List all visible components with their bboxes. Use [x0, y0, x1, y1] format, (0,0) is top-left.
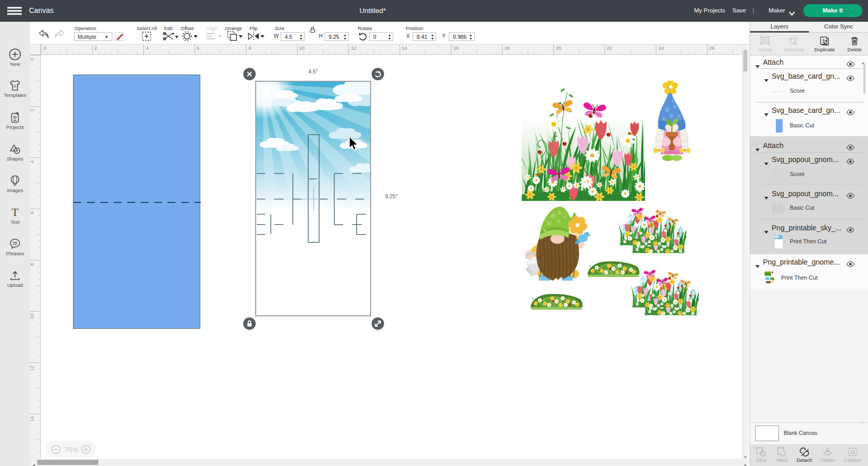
svg-text:0: 0 [43, 45, 46, 51]
svg-text:6: 6 [197, 45, 199, 51]
svg-text:20: 20 [556, 45, 562, 51]
svg-text:8: 8 [248, 45, 251, 51]
svg-text:22: 22 [607, 45, 612, 51]
svg-text:6: 6 [30, 211, 35, 214]
svg-text:12: 12 [30, 366, 35, 371]
svg-text:18: 18 [504, 45, 510, 51]
svg-text:16: 16 [453, 45, 459, 51]
svg-text:4: 4 [30, 161, 35, 163]
svg-text:T: T [11, 206, 19, 219]
svg-text:4: 4 [146, 45, 149, 51]
svg-text:0: 0 [30, 58, 35, 61]
svg-text:8: 8 [30, 263, 35, 266]
svg-text:2: 2 [30, 109, 35, 111]
svg-text:10: 10 [30, 314, 35, 319]
svg-text:14: 14 [30, 416, 35, 422]
svg-text:12: 12 [351, 45, 357, 51]
svg-text:24: 24 [658, 45, 664, 51]
svg-text:14: 14 [402, 45, 407, 51]
svg-text:26: 26 [709, 45, 715, 51]
svg-text:10: 10 [299, 45, 305, 51]
svg-text:2: 2 [94, 45, 97, 51]
